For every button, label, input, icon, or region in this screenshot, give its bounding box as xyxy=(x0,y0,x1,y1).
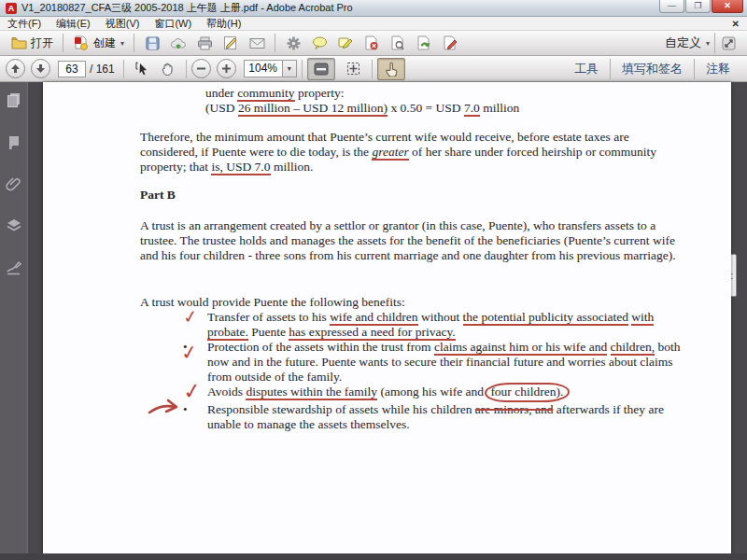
gear-icon xyxy=(285,35,302,51)
zoom-level-select[interactable]: 104% ▾ xyxy=(244,60,297,77)
doc-delete-button[interactable] xyxy=(359,33,385,53)
signatures-icon[interactable] xyxy=(6,259,22,276)
create-pdf-icon xyxy=(73,35,90,51)
menu-file[interactable]: 文件(F) xyxy=(0,17,49,31)
expand-toolbar-button[interactable] xyxy=(715,33,741,53)
select-cursor-icon xyxy=(134,61,150,77)
paragraph-therefore: Therefore, the minimum amount that Puent… xyxy=(140,130,684,175)
minimize-button[interactable]: — xyxy=(659,0,684,13)
hand-tool-button[interactable] xyxy=(155,59,181,79)
paragraph-benefits-intro: A trust would provide Puente the followi… xyxy=(140,295,685,310)
email-button[interactable] xyxy=(244,33,270,53)
pdf-page: under community property: (USD 26 millio… xyxy=(43,82,731,553)
fit-page-icon xyxy=(345,61,362,77)
pen-sign-icon xyxy=(222,35,239,51)
acrobat-logo-icon: A xyxy=(6,3,17,14)
tab-fill-sign[interactable]: 填写和签名 xyxy=(611,60,694,78)
comment-button[interactable] xyxy=(306,33,332,53)
customize-caret-icon: ▾ xyxy=(706,39,710,48)
fit-page-button[interactable] xyxy=(341,59,367,79)
doc-red-pencil-icon xyxy=(442,35,458,51)
paragraph-trust: A trust is an arrangement created by a s… xyxy=(140,218,685,263)
navigation-toolbar: / 161 104% ▾ xyxy=(0,56,747,82)
right-rail xyxy=(731,82,747,553)
customize-label: 自定义 xyxy=(665,35,701,51)
page-count-label: / 161 xyxy=(90,63,115,76)
list-item: • Responsible stewardship of assets whil… xyxy=(183,402,682,432)
create-button[interactable]: 创建 ▾ xyxy=(68,33,129,53)
touch-mode-button[interactable] xyxy=(377,58,405,80)
main-toolbar: 打开 创建 ▾ xyxy=(0,31,747,56)
highlight-note-button[interactable] xyxy=(332,33,359,53)
list-item: ✓ Transfer of assets to his wife and chi… xyxy=(183,310,682,340)
hand-tool-icon xyxy=(160,61,176,77)
print-button[interactable] xyxy=(191,33,218,53)
document-close-icon[interactable]: ✕ xyxy=(732,19,740,29)
fit-width-icon xyxy=(313,61,330,77)
highlighter-icon xyxy=(337,35,354,51)
previous-page-button[interactable] xyxy=(6,59,25,78)
expand-arrows-icon xyxy=(720,35,737,51)
open-button[interactable]: 打开 xyxy=(6,33,58,53)
open-label: 打开 xyxy=(31,35,53,51)
menu-edit[interactable]: 编辑(E) xyxy=(49,17,98,31)
printer-icon xyxy=(196,35,213,51)
save-button[interactable] xyxy=(139,33,165,53)
zoom-out-button[interactable] xyxy=(191,59,211,78)
doc-search-button[interactable] xyxy=(385,33,411,53)
tab-comment[interactable]: 注释 xyxy=(695,60,741,78)
formula-line-1: under community property: xyxy=(205,86,519,101)
doc-magnifier-icon xyxy=(389,35,406,51)
speech-bubble-icon xyxy=(311,35,328,51)
doc-red-x-icon xyxy=(363,35,380,51)
doc-edit-button[interactable] xyxy=(437,33,463,53)
create-label: 创建 xyxy=(93,35,116,51)
select-tool-button[interactable] xyxy=(129,59,155,79)
layers-icon[interactable] xyxy=(6,217,22,234)
doc-green-arrow-icon xyxy=(416,35,432,51)
bookmarks-icon[interactable] xyxy=(6,133,22,150)
window-frame-bottom xyxy=(0,553,747,560)
benefits-list: ✓ Transfer of assets to his wife and chi… xyxy=(183,310,682,432)
save-icon xyxy=(144,35,161,51)
acrobat-window: A V1_20180827_CFA三级 2005-2018 上午题 上册.pdf… xyxy=(0,0,747,560)
navigation-pane xyxy=(0,82,28,553)
page-number-input[interactable] xyxy=(58,61,86,77)
title-bar: A V1_20180827_CFA三级 2005-2018 上午题 上册.pdf… xyxy=(0,0,747,17)
create-caret-icon: ▾ xyxy=(120,39,124,48)
close-button[interactable]: ✕ xyxy=(712,0,743,13)
list-item: ✓ Avoids disputes within the family (amo… xyxy=(183,385,682,402)
doc-export-button[interactable] xyxy=(411,33,437,53)
attachments-icon[interactable] xyxy=(6,175,22,192)
menu-help[interactable]: 帮助(H) xyxy=(199,17,248,31)
document-area: under community property: (USD 26 millio… xyxy=(0,82,747,553)
red-checkmark-annotation: ✓ xyxy=(182,384,202,399)
zoom-in-button[interactable] xyxy=(217,59,236,78)
red-arrow-annotation xyxy=(148,397,181,421)
restore-button[interactable]: ❐ xyxy=(685,0,711,13)
red-checkmark-annotation: ✓ xyxy=(182,309,199,324)
next-page-button[interactable] xyxy=(31,59,50,78)
part-b-heading: Part B xyxy=(140,188,176,203)
tab-tools[interactable]: 工具 xyxy=(563,60,610,78)
page-thumbnails-icon[interactable] xyxy=(6,91,22,108)
fit-width-button[interactable] xyxy=(307,58,335,80)
share-cloud-button[interactable] xyxy=(165,33,191,53)
folder-open-icon xyxy=(10,35,27,51)
settings-button[interactable] xyxy=(280,33,306,53)
red-checkmark-annotation: ✓ xyxy=(180,345,198,360)
zoom-level-value: 104% xyxy=(244,60,283,77)
list-item: • ✓ Protection of the assets within the … xyxy=(183,340,682,385)
formula-line-2: (USD 26 million – USD 12 million) x 0.50… xyxy=(205,101,519,116)
envelope-icon xyxy=(248,35,265,51)
touch-pointer-icon xyxy=(383,61,400,77)
window-title: V1_20180827_CFA三级 2005-2018 上午题 上册.pdf -… xyxy=(21,1,353,15)
menu-window[interactable]: 窗口(W) xyxy=(147,17,199,31)
cloud-upload-icon xyxy=(170,35,187,51)
formula-block: under community property: (USD 26 millio… xyxy=(205,86,519,116)
sign-button[interactable] xyxy=(218,33,244,53)
menu-view[interactable]: 视图(V) xyxy=(98,17,148,31)
menu-bar: 文件(F) 编辑(E) 视图(V) 窗口(W) 帮助(H) ✕ xyxy=(0,17,747,31)
customize-button[interactable]: 自定义 ▾ xyxy=(660,33,714,53)
zoom-caret-icon: ▾ xyxy=(283,60,297,77)
